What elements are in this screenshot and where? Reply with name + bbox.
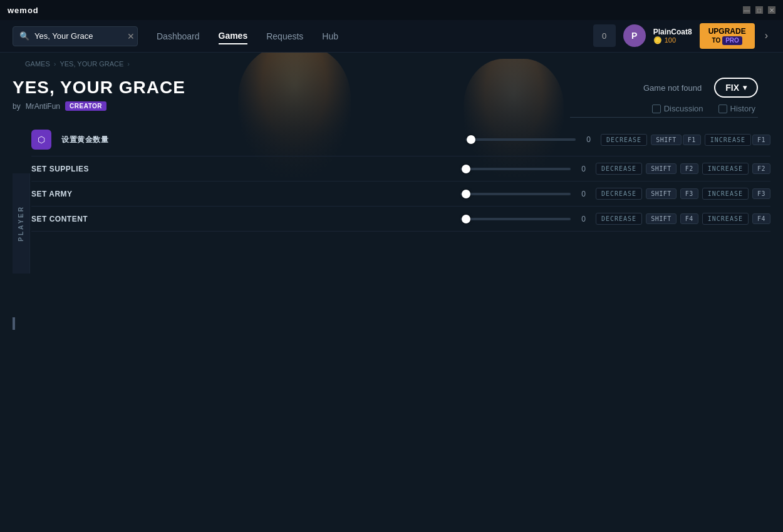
mod-slider-thumb-1[interactable] (462, 165, 470, 173)
user-info: PlainCoat8 🪙 100 (653, 28, 692, 44)
mod-slider-container-1: 0 (460, 165, 586, 173)
mod-row-2: SET ARMY 0 DECREASE SHIFT F3 INCREASE F3 (31, 182, 770, 207)
game-title-section: YES, YOUR GRACE by MrAntiFun CREATOR (13, 71, 185, 120)
search-box[interactable]: 🔍 ✕ (13, 26, 138, 46)
history-checkbox[interactable] (718, 105, 727, 113)
breadcrumb: GAMES › YES, YOUR GRACE › (13, 53, 770, 71)
game-title: YES, YOUR GRACE (13, 78, 185, 98)
game-not-found-label: Game not found (643, 83, 702, 93)
increase-btn-3[interactable]: INCREASE (702, 213, 749, 225)
mod-slider-thumb-2[interactable] (462, 190, 470, 198)
author-name: MrAntiFun (26, 102, 60, 111)
breadcrumb-sep-2: › (127, 60, 130, 68)
decrease-btn-2[interactable]: DECREASE (596, 188, 642, 200)
mod-name-3: SET CONTENT (31, 215, 450, 223)
shift-key-1: SHIFT (646, 163, 677, 174)
tab-row: Discussion History (570, 104, 758, 118)
nav-requests[interactable]: Requests (266, 29, 303, 44)
nav-games[interactable]: Games (219, 28, 248, 44)
fn-key-0: F1 (683, 135, 701, 145)
search-input[interactable] (34, 31, 122, 41)
fn-key-inc-1: F2 (752, 163, 770, 174)
discussion-checkbox[interactable] (652, 105, 661, 113)
decrease-btn-0[interactable]: DECREASE (601, 134, 647, 146)
mod-row-3: SET CONTENT 0 DECREASE SHIFT F4 INCREASE… (31, 207, 770, 232)
mod-slider-0[interactable] (465, 138, 576, 141)
by-label: by (13, 102, 21, 111)
fn-key-2: F3 (680, 188, 698, 199)
decrease-btn-3[interactable]: DECREASE (596, 213, 642, 225)
mod-slider-container-0: 0 (465, 135, 591, 144)
wemod-logo: wemod (8, 6, 39, 15)
fn-key-3: F4 (680, 213, 698, 224)
top-nav: 🔍 ✕ Dashboard Games Requests Hub 0 P Pla… (0, 20, 783, 53)
breadcrumb-game-name[interactable]: YES, YOUR GRACE (60, 60, 123, 68)
top-right-row: Game not found FIX ▾ (643, 78, 758, 98)
mod-slider-2[interactable] (460, 193, 571, 195)
mod-value-0: 0 (581, 135, 591, 144)
search-icon: 🔍 (19, 31, 29, 41)
shift-key-2: SHIFT (646, 188, 677, 199)
minimize-button[interactable]: — (743, 6, 750, 14)
mod-slider-1[interactable] (460, 168, 571, 170)
main-content: GAMES › YES, YOUR GRACE › YES, YOUR GRAC… (0, 53, 783, 532)
mod-controls-2: DECREASE SHIFT F3 INCREASE F3 (596, 188, 770, 200)
upgrade-button[interactable]: UPGRADE TO PRO (700, 23, 755, 48)
fn-key-inc-2: F3 (752, 188, 770, 199)
tab-history[interactable]: History (716, 104, 758, 113)
mod-value-2: 0 (576, 190, 586, 198)
mod-controls-0: DECREASE SHIFT F1 INCREASE F1 (601, 134, 770, 146)
mod-row-1: SET SUPPLIES 0 DECREASE SHIFT F2 INCREAS… (31, 156, 770, 182)
close-button[interactable]: ✕ (768, 6, 775, 14)
mod-controls-3: DECREASE SHIFT F4 INCREASE F4 (596, 213, 770, 225)
mod-name-2: SET ARMY (31, 190, 450, 198)
breadcrumb-games[interactable]: GAMES (25, 60, 50, 68)
increase-btn-0[interactable]: INCREASE (705, 134, 751, 146)
mod-name-0: 设置黄金数量 (61, 135, 455, 145)
right-panel: Game not found FIX ▾ Discussion History (570, 78, 758, 118)
coin-icon: 🪙 (653, 36, 662, 44)
avatar[interactable]: P (623, 24, 646, 47)
mods-container: ⬡ 设置黄金数量 0 DECREASE SHIFT (31, 123, 770, 232)
decrease-group-0: DECREASE (601, 134, 647, 146)
nav-hub[interactable]: Hub (322, 29, 338, 44)
creator-badge: CREATOR (65, 101, 106, 111)
title-bar-controls[interactable]: — □ ✕ (743, 6, 775, 14)
title-bar-left: wemod (8, 6, 39, 15)
page-content: GAMES › YES, YOUR GRACE › YES, YOUR GRAC… (0, 53, 783, 532)
mod-slider-thumb-0[interactable] (467, 135, 475, 144)
shortcut-group-0: SHIFT F1 (651, 135, 701, 145)
fn-key-inc-0: F1 (752, 135, 770, 145)
maximize-button[interactable]: □ (755, 6, 763, 14)
nav-dashboard[interactable]: Dashboard (157, 29, 200, 44)
username-label: PlainCoat8 (653, 28, 692, 36)
mod-slider-container-2: 0 (460, 190, 586, 198)
game-author: by MrAntiFun CREATOR (13, 101, 185, 111)
mod-value-3: 0 (576, 215, 586, 223)
increase-btn-1[interactable]: INCREASE (702, 163, 749, 175)
decrease-btn-1[interactable]: DECREASE (596, 163, 642, 175)
mod-name-1: SET SUPPLIES (31, 165, 450, 173)
player-label: PLAYER (18, 205, 24, 242)
fn-key-1: F2 (680, 163, 698, 174)
nav-links: Dashboard Games Requests Hub (157, 28, 593, 44)
coins-display: 🪙 100 (653, 36, 692, 44)
player-sidebar: PLAYER (13, 173, 30, 274)
fix-button[interactable]: FIX ▾ (714, 78, 758, 98)
breadcrumb-sep-1: › (54, 60, 56, 68)
mod-slider-3[interactable] (460, 218, 571, 220)
tab-discussion[interactable]: Discussion (650, 104, 706, 113)
mod-slider-thumb-3[interactable] (462, 215, 470, 223)
increase-btn-2[interactable]: INCREASE (702, 188, 749, 200)
title-bar: wemod — □ ✕ (0, 0, 783, 20)
mod-slider-container-3: 0 (460, 215, 586, 223)
mod-row-0: ⬡ 设置黄金数量 0 DECREASE SHIFT (31, 123, 770, 156)
shift-key-0: SHIFT (651, 135, 682, 145)
notification-button[interactable]: 0 (593, 24, 616, 47)
increase-group-0: INCREASE F1 (705, 134, 770, 146)
mod-icon-shape-0: ⬡ (38, 135, 45, 145)
nav-chevron-icon[interactable]: › (762, 28, 770, 44)
search-clear-button[interactable]: ✕ (127, 31, 135, 41)
fn-key-inc-3: F4 (752, 213, 770, 224)
sidebar-accent (13, 317, 15, 330)
